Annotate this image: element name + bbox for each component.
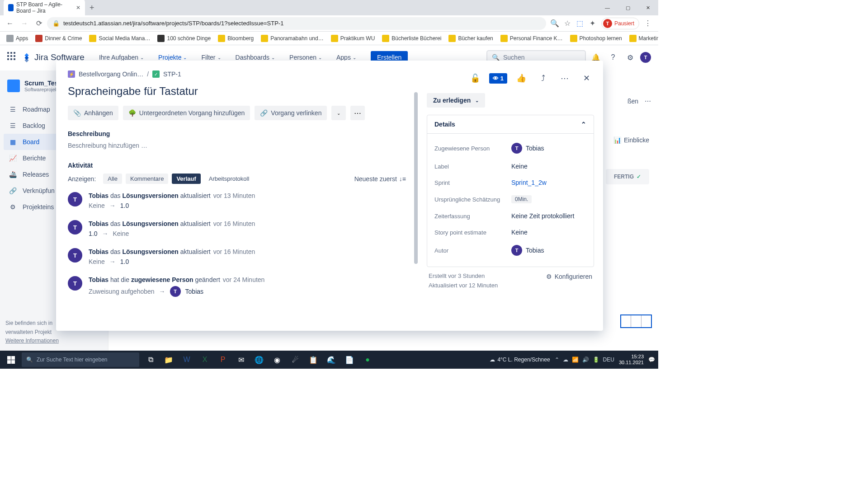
sort-button[interactable]: Neueste zuerst↓≡ bbox=[354, 175, 406, 183]
mail-icon[interactable]: ✉ bbox=[232, 351, 250, 369]
search-icon: 🔍 bbox=[26, 357, 33, 363]
apps-bookmark[interactable]: Apps bbox=[4, 33, 31, 44]
bookmark-item[interactable]: Bücher kaufen bbox=[446, 33, 495, 44]
tab-all[interactable]: Alle bbox=[103, 174, 122, 184]
modal-scrollbar[interactable] bbox=[414, 92, 418, 264]
bookmark-item[interactable]: Bücherliste Bücherei bbox=[379, 33, 444, 44]
board-more-icon[interactable]: ⋯ bbox=[645, 98, 651, 105]
edge-icon[interactable]: 🌊 bbox=[323, 351, 340, 369]
attach-button[interactable]: 📎Anhängen bbox=[68, 106, 118, 120]
powerpoint-icon[interactable]: P bbox=[214, 351, 231, 369]
quickstart-widget[interactable] bbox=[620, 314, 652, 328]
profile-paused-badge[interactable]: T Pausiert bbox=[601, 18, 639, 29]
word-icon[interactable]: W bbox=[178, 351, 195, 369]
browser-tab[interactable]: STP Board – Agile-Board – Jira ✕ bbox=[4, 0, 85, 17]
bookmark-item[interactable]: Bloomberg bbox=[215, 33, 256, 44]
explorer-icon[interactable]: 📁 bbox=[160, 351, 177, 369]
field-label[interactable]: Label Keine bbox=[434, 158, 586, 174]
folder-icon bbox=[89, 35, 96, 42]
bookmark-star-icon[interactable]: ☆ bbox=[563, 19, 571, 28]
start-button[interactable] bbox=[0, 351, 22, 369]
wifi-icon[interactable]: 📶 bbox=[572, 357, 579, 363]
app-icon[interactable]: ◉ bbox=[269, 351, 286, 369]
forward-button[interactable]: → bbox=[18, 17, 31, 30]
more-info-link[interactable]: Weitere Informationen bbox=[5, 338, 59, 344]
share-icon[interactable]: ⤴ bbox=[535, 70, 551, 86]
bookmark-item[interactable]: Dinner & Crime bbox=[33, 33, 85, 44]
app-icon[interactable]: 📄 bbox=[341, 351, 358, 369]
field-assignee[interactable]: Zugewiesene Person TTobias bbox=[434, 138, 586, 158]
bookmark-item[interactable]: Social Media Mana… bbox=[86, 33, 153, 44]
zoom-icon[interactable]: 🔍 bbox=[551, 19, 559, 28]
more-actions-button[interactable]: ⋯ bbox=[350, 106, 365, 120]
translate-icon[interactable]: ⬚ bbox=[576, 19, 584, 28]
user-avatar[interactable]: T bbox=[640, 52, 651, 63]
maximize-window-icon[interactable]: ▢ bbox=[618, 1, 638, 14]
onedrive-icon[interactable]: ☁ bbox=[563, 357, 568, 363]
notification-center-icon[interactable]: 💬 bbox=[648, 357, 655, 363]
task-view-icon[interactable]: ⧉ bbox=[142, 351, 159, 369]
field-estimate[interactable]: Ursprüngliche Schätzung 0Min. bbox=[434, 191, 586, 208]
tab-worklog[interactable]: Arbeitsprotokoll bbox=[204, 174, 254, 184]
configure-button[interactable]: ⚙Konfigurieren bbox=[546, 272, 592, 282]
issue-title[interactable]: Spracheingabe für Tastatur bbox=[68, 85, 406, 98]
language-indicator[interactable]: DEU bbox=[603, 357, 614, 363]
user-avatar-icon: T bbox=[68, 192, 82, 206]
tab-history[interactable]: Verlauf bbox=[172, 174, 200, 184]
reload-button[interactable]: ⟳ bbox=[33, 17, 45, 30]
battery-icon[interactable]: 🔋 bbox=[593, 357, 599, 363]
browser-menu-icon[interactable]: ⋮ bbox=[644, 19, 652, 28]
field-reporter[interactable]: Autor TTobias bbox=[434, 240, 586, 260]
app-icon[interactable]: 📋 bbox=[305, 351, 322, 369]
help-icon[interactable]: ? bbox=[606, 50, 620, 65]
url-input[interactable]: 🔒 testdeutsch1.atlassian.net/jira/softwa… bbox=[47, 17, 546, 30]
new-tab-button[interactable]: + bbox=[85, 1, 99, 14]
chevron-down-icon: ⌄ bbox=[337, 111, 340, 116]
complete-sprint-button[interactable]: ßen bbox=[627, 98, 638, 105]
tray-up-icon[interactable]: ⌃ bbox=[555, 357, 559, 363]
breadcrumb-epic[interactable]: Bestellvorgang Onlin… bbox=[79, 70, 143, 78]
chrome-icon[interactable]: 🌐 bbox=[250, 351, 268, 369]
field-time-tracking[interactable]: Zeiterfassung Keine Zeit protokolliert bbox=[434, 208, 586, 224]
bookmark-item[interactable]: 100 schöne Dinge bbox=[155, 33, 213, 44]
watch-button[interactable]: 👁1 bbox=[489, 73, 507, 84]
tab-comments[interactable]: Kommentare bbox=[126, 174, 168, 184]
back-button[interactable]: ← bbox=[4, 17, 16, 30]
taskbar-search-input[interactable]: 🔍Zur Suche Text hier eingeben bbox=[22, 352, 139, 367]
app-switcher-icon[interactable] bbox=[7, 52, 18, 63]
spotify-icon[interactable]: ● bbox=[359, 351, 376, 369]
unlock-icon[interactable]: 🔓 bbox=[467, 70, 483, 86]
bookmark-item[interactable]: Photoshop lernen bbox=[567, 33, 625, 44]
like-icon[interactable]: 👍 bbox=[514, 70, 529, 86]
taskbar-clock[interactable]: 15:23 30.11.2021 bbox=[619, 354, 644, 366]
bookmark-item[interactable]: Personal Finance K… bbox=[498, 33, 566, 44]
app-icon[interactable]: ☄ bbox=[287, 351, 304, 369]
details-header[interactable]: Details ⌃ bbox=[427, 115, 594, 134]
excel-icon[interactable]: X bbox=[196, 351, 213, 369]
field-sprint[interactable]: Sprint Sprint_1_2w bbox=[434, 174, 586, 191]
breadcrumb-key[interactable]: STP-1 bbox=[163, 70, 181, 78]
description-placeholder[interactable]: Beschreibung hinzufügen … bbox=[68, 142, 406, 149]
extensions-icon[interactable]: ✦ bbox=[589, 19, 597, 28]
close-tab-icon[interactable]: ✕ bbox=[76, 5, 80, 11]
close-modal-icon[interactable]: ✕ bbox=[579, 70, 594, 86]
link-issue-button[interactable]: 🔗Vorgang verlinken bbox=[255, 106, 327, 120]
ship-icon: 🚢 bbox=[8, 170, 17, 179]
insights-button[interactable]: Einblicke bbox=[624, 136, 649, 144]
history-entry: T Tobias das Lösungsversionen aktualisie… bbox=[68, 220, 406, 237]
field-story-points[interactable]: Story point estimate Keine bbox=[434, 224, 586, 240]
bookmark-item[interactable]: Praktikum WU bbox=[328, 33, 378, 44]
add-child-button[interactable]: 🌳Untergeordneten Vorgang hinzufügen bbox=[123, 106, 250, 120]
board-column-done: FERTIG ✓ bbox=[606, 169, 649, 184]
bookmark-item[interactable]: Panoramabahn und… bbox=[258, 33, 326, 44]
status-dropdown[interactable]: Zu erledigen⌄ bbox=[427, 93, 485, 108]
link-dropdown-button[interactable]: ⌄ bbox=[331, 106, 346, 120]
minimize-window-icon[interactable]: — bbox=[597, 1, 618, 14]
bookmark-item[interactable]: Marketing Psycholo… bbox=[627, 33, 658, 44]
more-icon[interactable]: ⋯ bbox=[557, 70, 572, 86]
settings-icon[interactable]: ⚙ bbox=[623, 50, 637, 65]
close-window-icon[interactable]: ✕ bbox=[638, 1, 658, 14]
chevron-up-icon: ⌃ bbox=[581, 121, 586, 128]
weather-widget[interactable]: ☁4°C L. Regen/Schnee bbox=[490, 357, 550, 363]
volume-icon[interactable]: 🔊 bbox=[582, 357, 589, 363]
